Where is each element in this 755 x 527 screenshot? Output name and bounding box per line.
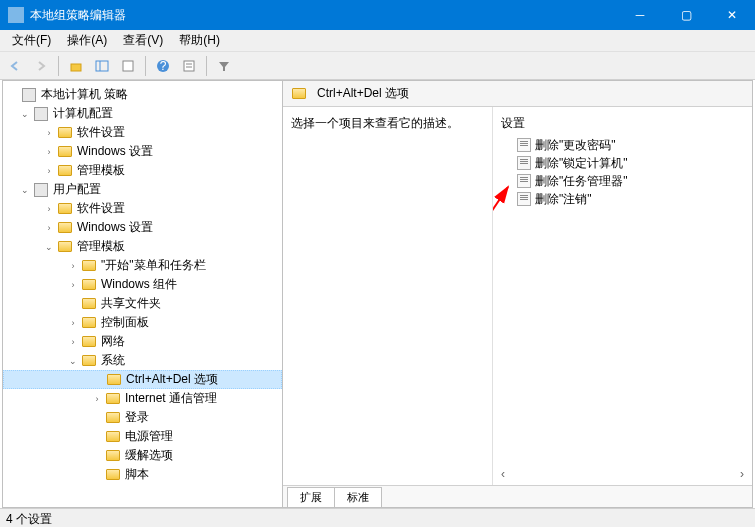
folder-icon — [292, 88, 306, 99]
setting-label: 删除"更改密码" — [535, 137, 616, 154]
tree-label: "开始"菜单和任务栏 — [101, 257, 206, 274]
setting-remove-change-password[interactable]: 删除"更改密码" — [493, 136, 752, 154]
tree-label: 电源管理 — [125, 428, 173, 445]
view-tabs: 扩展 标准 — [283, 485, 752, 507]
tree-ctrl-alt-del[interactable]: Ctrl+Alt+Del 选项 — [3, 370, 282, 389]
tree-uc-windows[interactable]: ›Windows 设置 — [3, 218, 282, 237]
setting-remove-logoff[interactable]: 删除"注销" — [493, 190, 752, 208]
tree-cc-admin[interactable]: ›管理模板 — [3, 161, 282, 180]
show-hide-button[interactable] — [91, 55, 113, 77]
setting-label: 删除"任务管理器" — [535, 173, 628, 190]
tree-label: 网络 — [101, 333, 125, 350]
expand-icon[interactable]: › — [67, 336, 79, 348]
menu-action[interactable]: 操作(A) — [59, 30, 115, 51]
tab-extended[interactable]: 扩展 — [287, 487, 335, 507]
tree-internet-comm[interactable]: ›Internet 通信管理 — [3, 389, 282, 408]
menu-help[interactable]: 帮助(H) — [171, 30, 228, 51]
setting-label: 删除"锁定计算机" — [535, 155, 628, 172]
minimize-button[interactable]: ─ — [617, 0, 663, 30]
tree-label: 登录 — [125, 409, 149, 426]
setting-label: 删除"注销" — [535, 191, 592, 208]
tree-uc-admin[interactable]: ⌄管理模板 — [3, 237, 282, 256]
settings-column-header[interactable]: 设置 — [493, 111, 752, 136]
tree-cc-windows[interactable]: ›Windows 设置 — [3, 142, 282, 161]
details-panel: Ctrl+Alt+Del 选项 选择一个项目来查看它的描述。 设置 删除"更改密… — [283, 81, 752, 507]
tree-computer-config[interactable]: ⌄计算机配置 — [3, 104, 282, 123]
tree-label: Windows 组件 — [101, 276, 177, 293]
help-button[interactable]: ? — [152, 55, 174, 77]
forward-button[interactable] — [30, 55, 52, 77]
svg-rect-1 — [96, 61, 108, 71]
close-button[interactable]: ✕ — [709, 0, 755, 30]
tree-start-taskbar[interactable]: ›"开始"菜单和任务栏 — [3, 256, 282, 275]
tree-label: Internet 通信管理 — [125, 390, 217, 407]
tree-label: 软件设置 — [77, 200, 125, 217]
menu-bar: 文件(F) 操作(A) 查看(V) 帮助(H) — [0, 30, 755, 52]
details-title: Ctrl+Alt+Del 选项 — [317, 85, 409, 102]
svg-text:?: ? — [160, 59, 167, 73]
back-button[interactable] — [4, 55, 26, 77]
tree-label: 计算机配置 — [53, 105, 113, 122]
expand-icon[interactable]: › — [67, 279, 79, 291]
tree-control-panel[interactable]: ›控制面板 — [3, 313, 282, 332]
status-bar: 4 个设置 — [0, 508, 755, 527]
menu-file[interactable]: 文件(F) — [4, 30, 59, 51]
tree-label: 本地计算机 策略 — [41, 86, 128, 103]
expand-icon[interactable]: › — [43, 222, 55, 234]
expand-icon[interactable]: › — [43, 127, 55, 139]
policy-icon — [517, 156, 531, 170]
tree-scripts[interactable]: 脚本 — [3, 465, 282, 484]
menu-view[interactable]: 查看(V) — [115, 30, 171, 51]
tree-system[interactable]: ⌄系统 — [3, 351, 282, 370]
up-button[interactable] — [65, 55, 87, 77]
collapse-icon[interactable]: ⌄ — [19, 184, 31, 196]
horizontal-scrollbar[interactable]: ‹› — [501, 467, 744, 483]
description-text: 选择一个项目来查看它的描述。 — [291, 116, 459, 130]
collapse-icon[interactable]: ⌄ — [19, 108, 31, 120]
expand-icon[interactable]: › — [43, 165, 55, 177]
status-text: 4 个设置 — [6, 512, 52, 526]
tree-label: Windows 设置 — [77, 219, 153, 236]
tree-label: 管理模板 — [77, 238, 125, 255]
title-bar: 本地组策略编辑器 ─ ▢ ✕ — [0, 0, 755, 30]
expand-icon[interactable]: › — [43, 203, 55, 215]
tree-power-mgmt[interactable]: 电源管理 — [3, 427, 282, 446]
tree-label: 软件设置 — [77, 124, 125, 141]
filter-button[interactable] — [213, 55, 235, 77]
properties-button[interactable] — [178, 55, 200, 77]
policy-icon — [517, 192, 531, 206]
tree-label: Ctrl+Alt+Del 选项 — [126, 371, 218, 388]
expand-icon[interactable]: › — [67, 260, 79, 272]
tree-user-config[interactable]: ⌄用户配置 — [3, 180, 282, 199]
settings-list[interactable]: 设置 删除"更改密码" 删除"锁定计算机" 删除"任务管理器" 删除"注销" ‹… — [493, 107, 752, 485]
svg-rect-6 — [184, 61, 194, 71]
maximize-button[interactable]: ▢ — [663, 0, 709, 30]
tree-panel[interactable]: 本地计算机 策略 ⌄计算机配置 ›软件设置 ›Windows 设置 ›管理模板 … — [3, 81, 283, 507]
tree-root[interactable]: 本地计算机 策略 — [3, 85, 282, 104]
policy-icon — [517, 138, 531, 152]
tree-mitigation[interactable]: 缓解选项 — [3, 446, 282, 465]
tree-uc-software[interactable]: ›软件设置 — [3, 199, 282, 218]
collapse-icon[interactable]: ⌄ — [67, 355, 79, 367]
tree-cc-software[interactable]: ›软件设置 — [3, 123, 282, 142]
expand-icon[interactable]: › — [67, 317, 79, 329]
tree-network[interactable]: ›网络 — [3, 332, 282, 351]
tab-standard[interactable]: 标准 — [334, 487, 382, 507]
expand-icon[interactable]: › — [43, 146, 55, 158]
window-title: 本地组策略编辑器 — [30, 7, 617, 24]
export-button[interactable] — [117, 55, 139, 77]
description-panel: 选择一个项目来查看它的描述。 — [283, 107, 493, 485]
tree-shared-folders[interactable]: 共享文件夹 — [3, 294, 282, 313]
tree-label: 用户配置 — [53, 181, 101, 198]
svg-rect-0 — [71, 64, 81, 71]
setting-remove-task-manager[interactable]: 删除"任务管理器" — [493, 172, 752, 190]
expand-icon[interactable]: › — [91, 393, 103, 405]
tree-label: 缓解选项 — [125, 447, 173, 464]
setting-remove-lock-computer[interactable]: 删除"锁定计算机" — [493, 154, 752, 172]
tree-logon[interactable]: 登录 — [3, 408, 282, 427]
collapse-icon[interactable]: ⌄ — [43, 241, 55, 253]
annotation-arrow — [493, 177, 523, 485]
content-area: 本地计算机 策略 ⌄计算机配置 ›软件设置 ›Windows 设置 ›管理模板 … — [2, 80, 753, 508]
tree-win-components[interactable]: ›Windows 组件 — [3, 275, 282, 294]
toolbar: ? — [0, 52, 755, 80]
